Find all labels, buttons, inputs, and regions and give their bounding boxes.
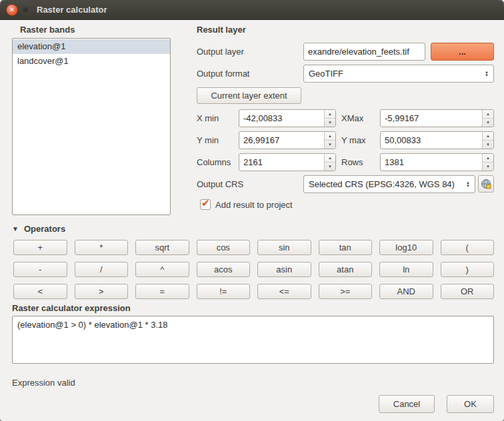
output-crs-value: Selected CRS (EPSG:4326, WGS 84) [309, 179, 455, 189]
crs-globe-icon [481, 179, 491, 189]
dropdown-arrows-icon: ▲▼ [481, 71, 489, 77]
op-sqrt-button[interactable]: sqrt [135, 240, 189, 255]
spin-down-icon[interactable]: ▼ [483, 119, 493, 127]
op-cos-button[interactable]: cos [197, 240, 251, 255]
ymin-label: Y min [197, 131, 219, 149]
expression-input[interactable]: (elevation@1 > 0) * elevation@1 * 3.18 [12, 316, 494, 364]
cancel-button[interactable]: Cancel [379, 395, 435, 413]
collapse-operators-icon[interactable]: ▼ [12, 225, 19, 232]
spin-down-icon[interactable]: ▼ [325, 163, 335, 171]
op-and-button[interactable]: AND [379, 284, 433, 299]
op-atan-button[interactable]: atan [319, 262, 373, 277]
result-layer-title: Result layer [197, 25, 246, 35]
spin-down-icon[interactable]: ▼ [325, 119, 335, 127]
op-less-than-button[interactable]: < [13, 284, 67, 299]
output-format-value: GeoTIFF [309, 69, 343, 79]
operators-grid: + * sqrt cos sin tan log10 ( - / ^ acos … [13, 240, 494, 299]
xmax-input[interactable] [381, 110, 482, 127]
output-format-select[interactable]: GeoTIFF ▲▼ [303, 65, 494, 83]
op-open-paren-button[interactable]: ( [441, 240, 495, 255]
add-result-label[interactable]: Add result to project [215, 199, 293, 210]
ymax-spinbox: ▲ ▼ [380, 131, 494, 149]
op-minus-button[interactable]: - [13, 262, 67, 277]
op-or-button[interactable]: OR [441, 284, 495, 299]
op-ln-button[interactable]: ln [379, 262, 433, 277]
spin-up-icon[interactable]: ▲ [325, 110, 335, 119]
spin-up-icon[interactable]: ▲ [483, 154, 493, 163]
minimize-window-icon[interactable] [22, 7, 29, 13]
op-acos-button[interactable]: acos [197, 262, 251, 277]
output-format-label: Output format [197, 65, 249, 83]
add-result-checkbox[interactable]: ✔ [200, 199, 211, 210]
op-tan-button[interactable]: tan [319, 240, 373, 255]
xmin-input[interactable] [239, 110, 324, 127]
rows-spinbox: ▲ ▼ [380, 153, 494, 171]
ymax-label: Y max [341, 131, 366, 149]
output-layer-input[interactable] [303, 43, 425, 61]
ymin-spinbox: ▲ ▼ [239, 131, 336, 149]
op-less-equal-button[interactable]: <= [257, 284, 311, 299]
browse-output-button[interactable]: ... [431, 43, 494, 61]
current-layer-extent-button[interactable]: Current layer extent [197, 87, 301, 104]
spin-down-icon[interactable]: ▼ [483, 141, 493, 149]
spin-up-icon[interactable]: ▲ [483, 132, 493, 141]
ok-button[interactable]: OK [447, 395, 494, 413]
raster-bands-list[interactable]: elevation@1 landcover@1 [12, 38, 171, 215]
raster-bands-title: Raster bands [20, 25, 75, 35]
op-divide-button[interactable]: / [75, 262, 129, 277]
rows-input[interactable] [381, 154, 482, 171]
xmax-label: XMax [341, 109, 363, 127]
xmax-spinbox: ▲ ▼ [380, 109, 494, 127]
op-greater-equal-button[interactable]: >= [319, 284, 373, 299]
close-window-icon[interactable]: ✕ [6, 4, 18, 16]
op-not-equals-button[interactable]: != [197, 284, 251, 299]
list-item[interactable]: elevation@1 [13, 39, 170, 54]
checkmark-icon: ✔ [201, 197, 210, 209]
columns-spinbox: ▲ ▼ [239, 153, 336, 171]
op-greater-than-button[interactable]: > [75, 284, 129, 299]
rows-label: Rows [341, 153, 363, 171]
dropdown-arrows-icon: ▲▼ [463, 181, 470, 188]
output-crs-label: Output CRS [197, 175, 243, 193]
ymin-input[interactable] [239, 132, 324, 149]
op-multiply-button[interactable]: * [75, 240, 129, 255]
output-crs-select[interactable]: Selected CRS (EPSG:4326, WGS 84) ▲▼ [303, 175, 475, 193]
expression-title: Raster calculator expression [12, 303, 131, 313]
spin-down-icon[interactable]: ▼ [483, 163, 493, 171]
xmin-spinbox: ▲ ▼ [239, 109, 336, 127]
spin-up-icon[interactable]: ▲ [325, 132, 335, 141]
op-log10-button[interactable]: log10 [379, 240, 433, 255]
spin-down-icon[interactable]: ▼ [325, 141, 335, 149]
expression-status: Expression valid [12, 378, 75, 388]
spin-up-icon[interactable]: ▲ [325, 154, 335, 163]
xmin-label: X min [197, 109, 219, 127]
op-equals-button[interactable]: = [135, 284, 189, 299]
columns-label: Columns [197, 153, 231, 171]
op-power-button[interactable]: ^ [135, 262, 189, 277]
columns-input[interactable] [239, 154, 324, 171]
raster-calculator-dialog: ✕ Raster calculator Raster bands elevati… [0, 0, 504, 421]
select-crs-button[interactable] [478, 175, 494, 193]
spin-up-icon[interactable]: ▲ [483, 110, 493, 119]
op-asin-button[interactable]: asin [257, 262, 311, 277]
operators-title[interactable]: Operators [24, 224, 65, 234]
list-item[interactable]: landcover@1 [13, 54, 170, 69]
op-sin-button[interactable]: sin [257, 240, 311, 255]
output-layer-label: Output layer [197, 43, 244, 61]
op-plus-button[interactable]: + [13, 240, 67, 255]
titlebar[interactable]: ✕ Raster calculator [0, 0, 504, 20]
ymax-input[interactable] [381, 132, 482, 149]
window-title: Raster calculator [37, 0, 107, 20]
op-close-paren-button[interactable]: ) [441, 262, 495, 277]
